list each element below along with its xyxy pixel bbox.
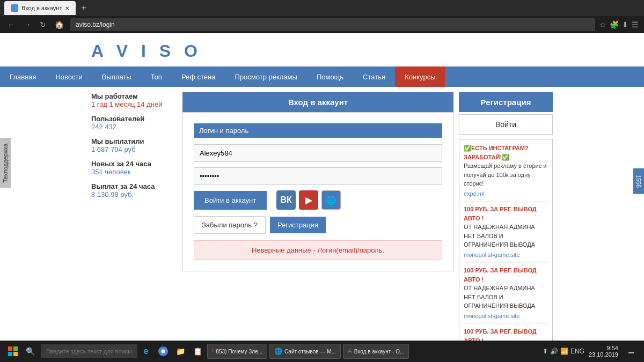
menu-icon[interactable]: ☰ xyxy=(632,20,639,29)
right-sidebar: Регистрация Войти ✅ЕСТЬ ИНСТАГРАМ? ЗАРАБ… xyxy=(459,92,553,362)
taskbar-search-input[interactable] xyxy=(41,344,137,358)
forgot-password-button[interactable]: Забыли пароль ? xyxy=(194,216,266,234)
ad-body-0: Размещай рекламу в сторис и получай до 1… xyxy=(464,161,548,188)
taskbar-right: ⬆ 🔊 📶 ENG 9:54 23.10.2019 ▬ xyxy=(543,344,640,359)
explorer-icon[interactable]: 📁 xyxy=(173,344,188,359)
svg-rect-3 xyxy=(13,352,18,356)
stat-users-value: 242 432 xyxy=(91,123,177,131)
home-button[interactable]: 🏠 xyxy=(53,19,66,30)
social-icons: ВК ▶ 🌐 xyxy=(276,190,341,210)
ad-box: ✅ЕСТЬ ИНСТАГРАМ? ЗАРАБОТАЙ!✅ Размещай ре… xyxy=(459,139,553,362)
stat-paid-label: Мы выплатили xyxy=(91,137,177,145)
stat-users: Пользователей 242 432 xyxy=(91,115,177,131)
svg-rect-0 xyxy=(8,346,12,351)
chrome-icon[interactable] xyxy=(156,344,171,359)
address-bar: ← → ↻ 🏠 ☆ 🧩 ⬇ ☰ xyxy=(0,16,644,33)
globe-icon[interactable]: 🌐 xyxy=(321,190,341,210)
left-sidebar: Мы работаем 1 год 1 месяц 14 дней Пользо… xyxy=(91,92,182,362)
login-form-box: Логин и пароль Войти в аккаунт ВК ▶ 🌐 За… xyxy=(182,112,453,271)
stat-we-work: Мы работаем 1 год 1 месяц 14 дней xyxy=(91,92,177,108)
active-tab[interactable]: Вход в аккаунт ✕ xyxy=(4,1,76,15)
site-logo: A V I S O xyxy=(91,41,644,61)
forward-button[interactable]: → xyxy=(21,19,33,30)
password-input[interactable] xyxy=(194,167,442,185)
stat-users-label: Пользователей xyxy=(91,115,177,123)
system-tray: ⬆ 🔊 📶 ENG xyxy=(543,348,584,355)
taskbar-app-2[interactable]: A Вход в аккаунт - О... xyxy=(343,344,409,359)
side-tab-right[interactable]: 1556 xyxy=(633,168,644,194)
nav-pomosh[interactable]: Помощь xyxy=(307,67,353,87)
ad-body-1: ОТ НАДЕЖНАЯ АДМИНА НЕТ БАЛОВ И ОГРАНИЧЕН… xyxy=(464,223,548,249)
nav-stati[interactable]: Статьи xyxy=(353,67,395,87)
taskbar-clock: 9:54 23.10.2019 xyxy=(589,345,618,358)
vk-icon[interactable]: ВК xyxy=(276,190,296,210)
ad-link-0[interactable]: expo.ml xyxy=(464,189,548,198)
ie-icon[interactable]: e xyxy=(138,344,153,359)
stat-payouts-24-label: Выплат за 24 часа xyxy=(91,182,177,190)
bookmark-icon[interactable]: ☆ xyxy=(599,20,606,29)
register-box: Регистрация xyxy=(459,92,553,112)
search-icon: 🔍 xyxy=(23,344,38,359)
right-login-button[interactable]: Войти xyxy=(459,114,553,135)
login-header: Вход в аккаунт xyxy=(182,92,453,112)
nav-ref-stena[interactable]: Реф стена xyxy=(172,67,225,87)
lang-label: ENG xyxy=(570,348,584,355)
username-input[interactable] xyxy=(194,144,442,162)
stat-payouts-24: Выплат за 24 часа 8 130.98 руб. xyxy=(91,182,177,198)
form-section-title: Логин и пароль xyxy=(194,123,442,138)
tab-close-icon[interactable]: ✕ xyxy=(65,5,69,11)
extension-icon[interactable]: 🧩 xyxy=(610,20,619,29)
tab-title: Вход в аккаунт xyxy=(21,5,62,11)
tray-icon-1: ⬆ xyxy=(543,348,548,355)
nav-prosmotr[interactable]: Просмотр рекламы xyxy=(225,67,307,87)
taskbar-app-1[interactable]: 🌐 Сайт отзывов — М... xyxy=(269,344,341,359)
taskbar-app-label-1: Сайт отзывов — М... xyxy=(284,349,336,354)
stat-new-24-value: 351 человек xyxy=(91,168,177,176)
stat-paid: Мы выплатили 1 687 704 руб xyxy=(91,137,177,153)
svg-rect-2 xyxy=(8,352,12,356)
ad-body-2: ОТ НАДЕЖНАЯ АДМИНА НЕТ БАЛОВ И ОГРАНИЧЕН… xyxy=(464,284,548,311)
ad-title-0: ✅ЕСТЬ ИНСТАГРАМ? ЗАРАБОТАЙ!✅ xyxy=(464,144,548,161)
start-button[interactable] xyxy=(5,344,20,359)
taskbar: 🔍 e 📁 📋 ! 853) Почему Зле... 🌐 Сайт отзы… xyxy=(0,341,644,362)
ad-link-2[interactable]: monopolist-game.site xyxy=(464,312,548,321)
back-button[interactable]: ← xyxy=(5,19,17,30)
nav-glavnaya[interactable]: Главная xyxy=(0,67,46,87)
address-input[interactable] xyxy=(70,18,595,31)
site-header: A V I S O xyxy=(0,33,644,67)
browser-icons: ☆ 🧩 ⬇ ☰ xyxy=(599,20,639,29)
login-submit-button[interactable]: Войти в аккаунт xyxy=(194,191,267,210)
taskbar-app-0[interactable]: ! 853) Почему Зле... xyxy=(207,344,267,359)
tech-support-label: Техподдержка xyxy=(2,143,9,182)
reload-button[interactable]: ↻ xyxy=(38,19,48,30)
ad-separator-3 xyxy=(464,323,548,324)
nav-konkursi[interactable]: Конкурсы xyxy=(395,67,445,87)
ad-separator-2 xyxy=(464,262,548,263)
nav-novosti[interactable]: Новости xyxy=(46,67,92,87)
taskbar-date-value: 23.10.2019 xyxy=(589,351,618,358)
show-desktop-button[interactable]: ▬ xyxy=(624,344,639,359)
nav-viplati[interactable]: Выплаты xyxy=(92,67,141,87)
download-icon[interactable]: ⬇ xyxy=(622,20,628,29)
main-layout: Мы работаем 1 год 1 месяц 14 дней Пользо… xyxy=(0,92,644,362)
tech-support-tab[interactable]: Техподдержка xyxy=(0,138,11,188)
stat-payouts-24-value: 8 130.98 руб. xyxy=(91,190,177,198)
taskbar-app-label-0: 853) Почему Зле... xyxy=(216,349,262,354)
youtube-icon[interactable]: ▶ xyxy=(299,190,318,210)
form-bottom-row: Забыли пароль ? Регистрация xyxy=(194,216,442,234)
register-link-button[interactable]: Регистрация xyxy=(270,217,326,233)
error-message: Неверные данные - Логин(email)/пароль. xyxy=(194,240,442,260)
taskbar-time-value: 9:54 xyxy=(589,345,618,351)
another-icon[interactable]: 📋 xyxy=(190,344,205,359)
ad-title-2: 100 РУБ. ЗА РЕГ. ВЫВОД АВТО ! xyxy=(464,266,548,284)
stat-we-work-value: 1 год 1 месяц 14 дней xyxy=(91,100,177,108)
svg-rect-1 xyxy=(13,346,18,351)
ad-link-1[interactable]: monopolist-game.site xyxy=(464,250,548,260)
page-content: A V I S O Главная Новости Выплаты Топ Ре… xyxy=(0,33,644,362)
stat-new-24-label: Новых за 24 часа xyxy=(91,160,177,168)
side-tab-number: 1556 xyxy=(635,174,642,187)
ad-separator xyxy=(464,201,548,202)
new-tab-button[interactable]: + xyxy=(78,3,89,13)
nav-top[interactable]: Топ xyxy=(141,67,172,87)
login-action-row: Войти в аккаунт ВК ▶ 🌐 xyxy=(194,190,442,210)
